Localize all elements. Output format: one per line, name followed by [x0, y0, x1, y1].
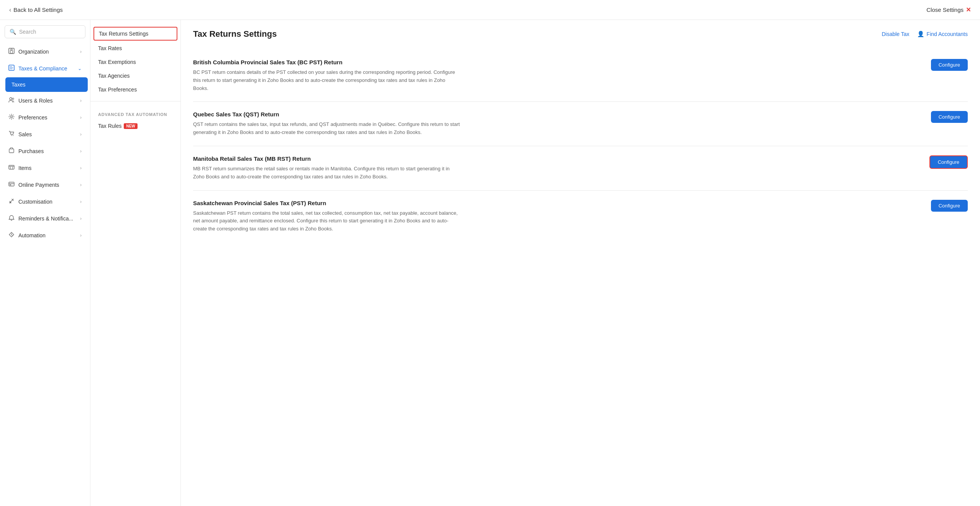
- search-box[interactable]: 🔍 Search: [5, 25, 85, 38]
- taxes-compliance-icon: [8, 65, 15, 72]
- preferences-icon: [8, 114, 15, 121]
- mb-rst-title: Manitoba Retail Sales Tax (MB RST) Retur…: [193, 155, 920, 162]
- svg-rect-11: [9, 182, 14, 186]
- sales-label: Sales: [18, 131, 32, 137]
- preferences-label: Preferences: [18, 114, 47, 121]
- sidebar-item-users-roles[interactable]: Users & Roles ›: [2, 93, 88, 109]
- online-payments-icon: [8, 181, 15, 189]
- tax-exemptions-label: Tax Exemptions: [98, 59, 136, 65]
- users-roles-chevron-icon: ›: [80, 98, 82, 103]
- automation-chevron-icon: ›: [80, 233, 82, 238]
- items-icon: [8, 164, 15, 172]
- purchases-icon: [8, 147, 15, 155]
- mid-sidebar: Tax Returns Settings Tax Rates Tax Exemp…: [90, 20, 181, 506]
- left-sidebar: 🔍 Search Organization › Taxes & Complian…: [0, 20, 90, 506]
- bc-pst-title: British Columbia Provincial Sales Tax (B…: [193, 59, 922, 65]
- close-settings-button[interactable]: Close Settings ✕: [926, 6, 971, 13]
- mid-item-tax-preferences[interactable]: Tax Preferences: [90, 83, 180, 96]
- qst-desc: QST return contains the sales tax, input…: [193, 121, 461, 137]
- mid-item-tax-returns-settings[interactable]: Tax Returns Settings: [93, 27, 177, 41]
- tax-card-bc-pst: British Columbia Provincial Sales Tax (B…: [193, 50, 968, 102]
- qst-title: Quebec Sales Tax (QST) Return: [193, 111, 922, 118]
- purchases-chevron-icon: ›: [80, 149, 82, 154]
- content-header: Tax Returns Settings Disable Tax 👤 Find …: [193, 29, 968, 39]
- purchases-label: Purchases: [18, 148, 44, 154]
- mid-item-tax-rules[interactable]: Tax Rules NEW: [90, 119, 180, 133]
- sidebar-item-preferences[interactable]: Preferences ›: [2, 109, 88, 126]
- sidebar-item-organization[interactable]: Organization ›: [2, 44, 88, 60]
- disable-tax-link[interactable]: Disable Tax: [882, 31, 909, 37]
- back-to-settings-link[interactable]: ‹ Back to All Settings: [9, 7, 63, 13]
- svg-point-6: [11, 116, 13, 118]
- svg-point-8: [13, 135, 13, 136]
- svg-rect-9: [9, 149, 14, 153]
- svg-rect-12: [10, 184, 11, 185]
- back-chevron-icon: ‹: [9, 7, 11, 13]
- reminders-icon: [8, 215, 15, 222]
- back-label: Back to All Settings: [13, 7, 62, 13]
- taxes-label: Taxes: [11, 82, 26, 88]
- reminders-label: Reminders & Notifica...: [18, 215, 73, 222]
- organization-icon: [8, 48, 15, 55]
- sidebar-item-online-payments[interactable]: Online Payments ›: [2, 177, 88, 193]
- customisation-label: Customisation: [18, 199, 52, 205]
- automation-icon: [8, 232, 15, 239]
- tax-rules-label: Tax Rules: [98, 123, 121, 129]
- tax-card-mb-rst-info: Manitoba Retail Sales Tax (MB RST) Retur…: [193, 155, 920, 181]
- tax-card-mb-rst: Manitoba Retail Sales Tax (MB RST) Retur…: [193, 146, 968, 191]
- users-roles-label: Users & Roles: [18, 98, 52, 104]
- sidebar-item-items[interactable]: Items ›: [2, 160, 88, 176]
- search-input: Search: [19, 29, 36, 35]
- customisation-icon: [8, 198, 15, 206]
- bc-pst-desc: BC PST return contains details of the PS…: [193, 69, 461, 92]
- online-payments-chevron-icon: ›: [80, 182, 82, 188]
- svg-rect-2: [11, 49, 12, 50]
- sales-icon: [8, 131, 15, 138]
- mid-item-tax-agencies[interactable]: Tax Agencies: [90, 69, 180, 83]
- close-icon: ✕: [966, 6, 971, 13]
- find-accountants-link[interactable]: 👤 Find Accountants: [917, 31, 968, 38]
- find-accountants-label: Find Accountants: [927, 31, 968, 37]
- header-actions: Disable Tax 👤 Find Accountants: [882, 31, 968, 38]
- online-payments-label: Online Payments: [18, 182, 59, 188]
- sidebar-item-taxes-compliance[interactable]: Taxes & Compliance ⌄: [2, 60, 88, 77]
- users-roles-icon: [8, 97, 15, 104]
- tax-card-qst: Quebec Sales Tax (QST) Return QST return…: [193, 102, 968, 146]
- sidebar-item-reminders[interactable]: Reminders & Notifica... ›: [2, 211, 88, 227]
- sidebar-item-purchases[interactable]: Purchases ›: [2, 143, 88, 159]
- find-accountants-icon: 👤: [917, 31, 924, 38]
- taxes-compliance-chevron-icon: ⌄: [78, 66, 82, 71]
- sidebar-item-customisation[interactable]: Customisation ›: [2, 194, 88, 210]
- svg-rect-1: [10, 51, 13, 53]
- configure-mb-rst-button[interactable]: Configure: [929, 155, 968, 169]
- tax-card-qst-info: Quebec Sales Tax (QST) Return QST return…: [193, 111, 922, 137]
- sidebar-item-taxes[interactable]: Taxes: [5, 77, 88, 92]
- organization-chevron-icon: ›: [80, 49, 82, 54]
- advanced-section-label: ADVANCED TAX AUTOMATION: [90, 106, 180, 119]
- svg-point-4: [10, 98, 12, 100]
- tax-returns-settings-label: Tax Returns Settings: [99, 31, 148, 37]
- mid-item-tax-exemptions[interactable]: Tax Exemptions: [90, 55, 180, 69]
- customisation-chevron-icon: ›: [80, 199, 82, 204]
- reminders-chevron-icon: ›: [80, 216, 82, 221]
- main-layout: 🔍 Search Organization › Taxes & Complian…: [0, 20, 980, 506]
- mb-rst-desc: MB RST return summarizes the retail sale…: [193, 165, 461, 181]
- items-label: Items: [18, 165, 31, 171]
- content-area: Tax Returns Settings Disable Tax 👤 Find …: [181, 20, 980, 506]
- sales-chevron-icon: ›: [80, 132, 82, 137]
- mid-item-tax-rates[interactable]: Tax Rates: [90, 41, 180, 55]
- configure-sk-pst-button[interactable]: Configure: [931, 200, 968, 212]
- tax-rates-label: Tax Rates: [98, 45, 122, 51]
- sk-pst-desc: Saskatchewan PST return contains the tot…: [193, 209, 461, 233]
- items-chevron-icon: ›: [80, 165, 82, 171]
- svg-point-5: [12, 98, 14, 100]
- page-title: Tax Returns Settings: [193, 29, 277, 39]
- svg-point-7: [11, 135, 12, 136]
- sidebar-item-sales[interactable]: Sales ›: [2, 126, 88, 142]
- configure-qst-button[interactable]: Configure: [931, 111, 968, 123]
- sidebar-item-automation[interactable]: Automation ›: [2, 227, 88, 243]
- tax-card-sk-pst-info: Saskatchewan Provincial Sales Tax (PST) …: [193, 200, 922, 233]
- sk-pst-title: Saskatchewan Provincial Sales Tax (PST) …: [193, 200, 922, 206]
- configure-bc-pst-button[interactable]: Configure: [931, 59, 968, 71]
- tax-agencies-label: Tax Agencies: [98, 73, 130, 79]
